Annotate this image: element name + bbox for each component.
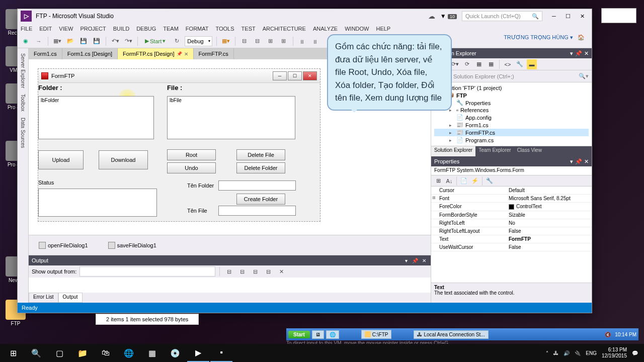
- spacing-icon[interactable]: ⫼: [310, 36, 320, 46]
- vmware-icon[interactable]: ▦: [141, 344, 163, 362]
- close-button[interactable]: ✕: [576, 11, 589, 21]
- menu-test[interactable]: TEST: [242, 26, 256, 32]
- tree-item[interactable]: 📄 App.config: [434, 114, 589, 121]
- toolbox-tab[interactable]: Toolbox: [19, 91, 27, 114]
- ten-file-label[interactable]: Tên File: [187, 208, 207, 214]
- undo-button[interactable]: Undo: [167, 162, 216, 173]
- network-icon[interactable]: 🖧: [553, 350, 558, 356]
- menu-view[interactable]: VIEW: [59, 26, 73, 32]
- dropdown-icon[interactable]: ▾: [403, 258, 410, 263]
- close-icon[interactable]: ✕: [421, 258, 428, 263]
- menu-help[interactable]: HELP: [376, 26, 390, 32]
- pin-icon[interactable]: 📌: [177, 51, 182, 56]
- menu-project[interactable]: PROJECT: [80, 26, 106, 32]
- properties-object-dropdown[interactable]: FormFTP System.Windows.Forms.Form: [431, 166, 592, 175]
- search-icon[interactable]: 🔍: [25, 344, 47, 362]
- code-icon[interactable]: <>: [503, 59, 513, 69]
- menu-file[interactable]: FILE: [21, 26, 32, 32]
- clock[interactable]: 6:13 PM12/19/2015: [602, 347, 627, 359]
- dropdown-icon[interactable]: ▾: [570, 158, 573, 165]
- align-icon[interactable]: ⊟: [239, 36, 250, 46]
- start-button[interactable]: ⊞: [2, 344, 24, 362]
- sync-icon[interactable]: ⟳: [462, 59, 472, 69]
- alpha-icon[interactable]: A↓: [444, 176, 454, 186]
- config-dropdown[interactable]: Debug: [185, 36, 212, 46]
- doc-tab[interactable]: FormFTP.cs: [194, 48, 234, 59]
- refresh-icon[interactable]: ↻: [172, 36, 182, 46]
- categorized-icon[interactable]: ⊞: [433, 176, 443, 186]
- prop-row[interactable]: RightToLeftLayoutFalse: [431, 227, 592, 235]
- pin-icon[interactable]: 📌: [575, 50, 582, 57]
- delete-file-button[interactable]: Delete File: [236, 149, 285, 160]
- tray-up-icon[interactable]: ˄: [546, 350, 548, 356]
- layout-icon[interactable]: ▦▾: [221, 36, 231, 46]
- component-item[interactable]: saveFileDialog1: [108, 242, 156, 249]
- tree-item[interactable]: ▸📄 Program.cs: [434, 136, 589, 144]
- root-button[interactable]: Root: [167, 149, 216, 160]
- output-tool-icon[interactable]: ✕: [276, 266, 286, 277]
- guest-task-item[interactable]: C:\FTP: [361, 330, 392, 339]
- tree-item-selected[interactable]: ▸📰 FormFTP.cs: [434, 129, 589, 136]
- close-icon[interactable]: ✕: [584, 50, 589, 57]
- team-explorer-tab[interactable]: Team Explorer: [475, 146, 514, 156]
- action-center-icon[interactable]: 💬: [632, 350, 638, 356]
- explorer-icon[interactable]: 📁: [71, 344, 94, 362]
- collapse-icon[interactable]: ▦: [474, 59, 484, 69]
- task-view-icon[interactable]: ▢: [48, 344, 70, 362]
- spacing-icon[interactable]: ⫼: [297, 36, 307, 46]
- tree-item[interactable]: ▸🔧 Properties: [434, 99, 589, 107]
- prop-row[interactable]: ⊞FontMicrosoft Sans Serif, 8.25pt: [431, 195, 592, 203]
- winforms-form[interactable]: FormFTP ─ ☐ ✕ ↖ Folder : File : lbFolder: [38, 68, 320, 222]
- align-icon[interactable]: ⊟: [253, 36, 263, 46]
- menu-team[interactable]: TEAM: [163, 26, 179, 32]
- vs-icon[interactable]: ▶: [187, 344, 209, 362]
- close-icon[interactable]: ✕: [584, 158, 589, 165]
- error-list-tab[interactable]: Error List: [29, 293, 58, 303]
- create-folder-button[interactable]: Create Folder: [236, 194, 285, 205]
- align-icon[interactable]: ⊞: [266, 36, 276, 46]
- output-body[interactable]: [29, 278, 431, 293]
- maximize-button[interactable]: ☐: [561, 11, 575, 21]
- menu-tools[interactable]: TOOLS: [215, 26, 234, 32]
- align-icon[interactable]: ⊞: [279, 36, 289, 46]
- server-explorer-tab[interactable]: Server Explorer: [19, 50, 27, 91]
- properties-icon[interactable]: 🔧: [515, 59, 525, 69]
- cmd-icon[interactable]: ▪: [210, 344, 232, 362]
- save-all-icon[interactable]: 💾: [92, 36, 102, 46]
- minimize-button[interactable]: ─: [547, 11, 560, 21]
- status-label[interactable]: Status: [38, 179, 54, 186]
- output-source-dropdown[interactable]: [79, 266, 215, 277]
- prop-row[interactable]: UseWaitCursorFalse: [431, 243, 592, 251]
- language-indicator[interactable]: ENG: [586, 350, 597, 356]
- output-tool-icon[interactable]: ⊟: [263, 266, 273, 277]
- menu-build[interactable]: BUILD: [113, 26, 129, 32]
- guest-quick-launch[interactable]: 🌐: [326, 330, 339, 339]
- prop-row[interactable]: ForeColorControlText: [431, 203, 592, 211]
- menu-debug[interactable]: DEBUG: [136, 26, 156, 32]
- redo-icon[interactable]: ↷▾: [123, 36, 133, 46]
- tree-project[interactable]: ▸📦 FTP: [434, 92, 589, 99]
- doc-tab-active[interactable]: FormFTP.cs [Design]📌✕: [118, 48, 194, 59]
- preview-icon[interactable]: ▬: [527, 59, 537, 69]
- battery-icon[interactable]: 🔌: [575, 350, 581, 356]
- undo-icon[interactable]: ↶▾: [110, 36, 120, 46]
- menu-edit[interactable]: EDIT: [39, 26, 52, 32]
- component-item[interactable]: openFileDialog1: [39, 242, 88, 249]
- guest-quick-launch[interactable]: 🖥: [312, 330, 324, 339]
- guest-tray[interactable]: 🔇 10:14 PM: [605, 332, 636, 337]
- volume-icon[interactable]: 🔊: [564, 350, 570, 356]
- data-sources-tab[interactable]: Data Sources: [19, 115, 27, 151]
- start-button[interactable]: ▶ Start ▾: [142, 38, 169, 44]
- signed-in-user[interactable]: TRƯƠNG TRỌNG HÙNG ▾ 🏠: [504, 34, 585, 41]
- folder-name-input[interactable]: [218, 180, 296, 191]
- props-icon[interactable]: 📄: [459, 176, 469, 186]
- events-icon[interactable]: ⚡: [470, 176, 480, 186]
- delete-folder-button[interactable]: Delete Folder: [236, 162, 285, 173]
- tree-item[interactable]: ▸📰 Form1.cs: [434, 121, 589, 129]
- guest-start-button[interactable]: Start: [288, 331, 310, 338]
- status-listbox[interactable]: [38, 189, 157, 217]
- forward-icon[interactable]: →: [34, 36, 44, 46]
- dropdown-icon[interactable]: ▾: [570, 50, 573, 57]
- file-label[interactable]: File :: [167, 84, 182, 92]
- new-project-icon[interactable]: ▦▾: [52, 36, 62, 46]
